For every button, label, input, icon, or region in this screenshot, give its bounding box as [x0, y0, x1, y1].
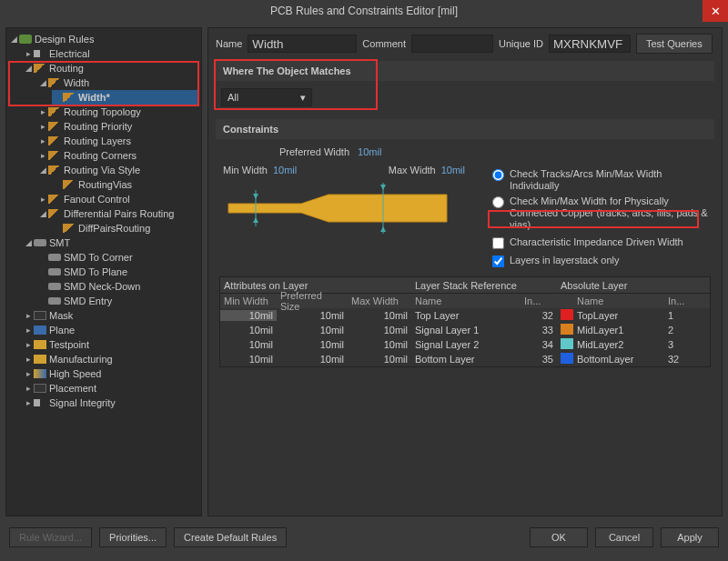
- tree-smt[interactable]: ◢SMT: [23, 235, 199, 250]
- priorities-button[interactable]: Priorities...: [99, 527, 167, 547]
- dialog-body: ◢Design Rules ▸Electrical ◢Routing ◢Widt…: [0, 22, 728, 522]
- option-layerstack-only[interactable]: Layers in layerstack only: [492, 255, 711, 267]
- tree-item[interactable]: ▸Placement: [23, 381, 199, 396]
- option-check-individual[interactable]: Check Tracks/Arcs Min/Max Width Individu…: [492, 168, 711, 192]
- option-impedance-driven[interactable]: Characteristic Impedance Driven Width: [492, 235, 711, 251]
- tree-label: Electrical: [49, 46, 90, 61]
- tree-root[interactable]: ◢Design Rules: [8, 32, 199, 46]
- cell-max[interactable]: 10mil: [348, 339, 411, 350]
- max-width-value[interactable]: 10mil: [441, 165, 465, 175]
- tree-item[interactable]: ▸Fanout Control: [37, 192, 199, 206]
- tree-item[interactable]: ▸Manufacturing: [23, 352, 199, 366]
- tree-item[interactable]: ◢Differential Pairs Routing: [37, 206, 199, 221]
- ok-button[interactable]: OK: [530, 527, 588, 547]
- scope-header: Where The Object Matches: [216, 61, 714, 81]
- tree-item[interactable]: ▸Routing Priority: [37, 119, 199, 134]
- col-min-width[interactable]: Min Width: [220, 296, 277, 306]
- table-row[interactable]: 10mil10mil10milTop Layer32TopLayer1: [220, 308, 710, 323]
- tree-item[interactable]: ▸Mask: [23, 308, 199, 323]
- group-absolute: Absolute Layer: [557, 280, 703, 291]
- col-index[interactable]: In...: [521, 296, 557, 306]
- tree-item[interactable]: DiffPairsRouting: [52, 221, 199, 235]
- chevron-down-icon: ▾: [300, 92, 306, 104]
- tree-item[interactable]: ▸Plane: [23, 323, 199, 337]
- routing-icon: [48, 107, 61, 116]
- tree-item[interactable]: ▸Routing Topology: [37, 105, 199, 119]
- scope-dropdown[interactable]: All ▾: [221, 88, 312, 106]
- tree-item[interactable]: ◢Routing Via Style: [37, 163, 199, 177]
- tree-label: DiffPairsRouting: [78, 221, 150, 235]
- apply-button[interactable]: Apply: [661, 527, 719, 547]
- checkbox-input[interactable]: [492, 255, 504, 267]
- table-row[interactable]: 10mil10mil10milSignal Layer 133MidLayer1…: [220, 323, 710, 337]
- radio-input[interactable]: [492, 169, 504, 181]
- tree-label: Placement: [49, 381, 96, 396]
- tree-item[interactable]: SMD To Plane: [37, 265, 199, 279]
- layer-color-swatch: [561, 324, 573, 335]
- routing-icon: [48, 122, 61, 131]
- cancel-button[interactable]: Cancel: [595, 527, 653, 547]
- expand-icon: ▸: [37, 192, 48, 206]
- tree-label: Routing Priority: [64, 119, 132, 134]
- option-check-connected[interactable]: Check Min/Max Width for Physically Conne…: [492, 195, 711, 231]
- comment-input[interactable]: [411, 35, 493, 53]
- option-label: Check Min/Max Width for Physically Conne…: [510, 195, 711, 231]
- col-max-width[interactable]: Max Width: [348, 296, 411, 306]
- cell-max[interactable]: 10mil: [348, 354, 411, 365]
- tree-electrical[interactable]: ▸Electrical: [23, 46, 199, 61]
- cell-max[interactable]: 10mil: [348, 310, 411, 321]
- table-row[interactable]: 10mil10mil10milSignal Layer 234MidLayer2…: [220, 337, 710, 352]
- name-label: Name: [216, 38, 242, 49]
- col-abs-name[interactable]: Name: [573, 296, 664, 306]
- checkbox-input[interactable]: [492, 237, 504, 249]
- close-icon: ✕: [711, 5, 721, 18]
- tree-item[interactable]: ▸High Speed: [23, 366, 199, 381]
- test-queries-button[interactable]: Test Queries: [636, 34, 713, 54]
- cell-max[interactable]: 10mil: [348, 325, 411, 336]
- cell-abs-name: MidLayer2: [573, 339, 664, 350]
- tree-routing[interactable]: ◢Routing: [23, 61, 199, 75]
- min-width-value[interactable]: 10mil: [273, 165, 297, 175]
- cell-pref[interactable]: 10mil: [277, 325, 348, 336]
- smt-icon: [48, 283, 61, 290]
- cell-swatch: [557, 353, 573, 366]
- tree-item[interactable]: ▸Signal Integrity: [23, 396, 199, 410]
- pref-width-value[interactable]: 10mil: [358, 146, 381, 157]
- cell-pref[interactable]: 10mil: [277, 339, 348, 350]
- cell-min[interactable]: 10mil: [220, 310, 277, 321]
- expand-icon: ▸: [37, 105, 48, 119]
- routing-icon: [48, 136, 61, 145]
- cell-pref[interactable]: 10mil: [277, 310, 348, 321]
- cell-min[interactable]: 10mil: [220, 339, 277, 350]
- name-input[interactable]: [248, 35, 357, 53]
- tree-item[interactable]: ▸Routing Layers: [37, 134, 199, 148]
- cell-min[interactable]: 10mil: [220, 325, 277, 336]
- tree-label: Routing Layers: [64, 134, 131, 148]
- tree-width-rule[interactable]: Width*: [52, 90, 199, 105]
- col-abs-index[interactable]: In...: [664, 296, 701, 306]
- col-preferred[interactable]: Preferred Size: [277, 290, 348, 312]
- tree-label: Fanout Control: [64, 192, 130, 206]
- tree-item[interactable]: ▸Routing Corners: [37, 148, 199, 163]
- create-default-rules-button[interactable]: Create Default Rules: [174, 527, 287, 547]
- cell-min[interactable]: 10mil: [220, 354, 277, 365]
- smt-icon: [34, 239, 46, 246]
- svg-marker-5: [380, 226, 386, 232]
- col-layer-name[interactable]: Name: [411, 296, 521, 306]
- cell-swatch: [557, 324, 573, 336]
- dialog-footer: Rule Wizard... Priorities... Create Defa…: [0, 522, 728, 553]
- tree-width[interactable]: ◢Width: [37, 75, 199, 90]
- layer-color-swatch: [561, 338, 573, 349]
- tree-item[interactable]: SMD To Corner: [37, 250, 199, 265]
- tree-item[interactable]: SMD Entry: [37, 294, 199, 308]
- cell-pref[interactable]: 10mil: [277, 354, 348, 365]
- table-row[interactable]: 10mil10mil10milBottom Layer35BottomLayer…: [220, 352, 710, 366]
- tree-item[interactable]: ▸Testpoint: [23, 337, 199, 352]
- tree-label: Plane: [49, 323, 75, 337]
- close-button[interactable]: ✕: [703, 0, 728, 22]
- uid-input[interactable]: [549, 35, 631, 53]
- max-width-label: Max Width: [389, 165, 436, 175]
- radio-input[interactable]: [492, 196, 504, 208]
- tree-item[interactable]: RoutingVias: [52, 177, 199, 192]
- tree-item[interactable]: SMD Neck-Down: [37, 279, 199, 294]
